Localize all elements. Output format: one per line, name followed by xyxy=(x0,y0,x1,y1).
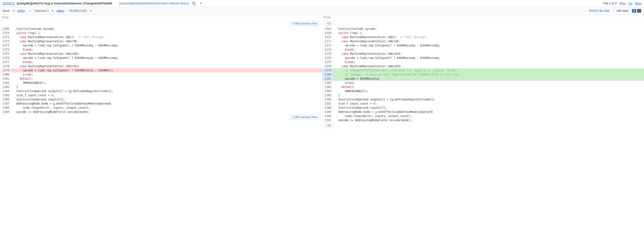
code-line[interactable]: 1386 InstructionOperand outputs[] = {g.D… xyxy=(322,97,644,102)
code-line[interactable]: 1391 opcode |= AddressingModeField::enco… xyxy=(322,118,644,122)
code-line[interactable]: 1373 opcode = load_rep.IsSigned() ? kX64… xyxy=(322,43,644,48)
chevron-down-icon[interactable]: ▼ xyxy=(12,9,15,12)
line-number: 1373 xyxy=(0,43,11,48)
code-line[interactable]: 1384 InstructionOperand outputs[] = {g.D… xyxy=(0,89,322,93)
side-by-side-icon[interactable] xyxy=(632,9,636,13)
chevron-down-icon[interactable]: ▼ xyxy=(199,2,202,5)
code-line[interactable]: 1375 case MachineRepresentation::kWord16… xyxy=(322,52,644,56)
expand-top-left: +1368 common lines xyxy=(0,20,322,27)
code-content: break; xyxy=(333,48,644,52)
code-line[interactable]: 1372 case MachineRepresentation::kWord8: xyxy=(322,39,644,43)
line-number: 1374 xyxy=(322,48,333,52)
code-line[interactable]: 1376 opcode = load_rep.IsSigned() ? kX64… xyxy=(322,56,644,60)
line-number: 1375 xyxy=(0,52,11,56)
code-line[interactable]: 1374 break; xyxy=(322,48,644,52)
code-line[interactable]: 1369 InstructionCode opcode; xyxy=(0,27,322,31)
code-content: InstructionOperand inputs[3]; xyxy=(11,97,322,102)
code-line[interactable]: 1381 default: xyxy=(0,77,322,81)
code-line[interactable]: 1378 case MachineRepresentation::kWord32… xyxy=(322,64,644,68)
unified-icon[interactable] xyxy=(637,9,641,13)
code-content: InstructionOperand inputs[3]; xyxy=(333,106,644,110)
line-number: 1376 xyxy=(0,56,11,60)
file-path[interactable]: src/compiler/backend/x64/instruction-sel… xyxy=(119,1,189,5)
chevron-down-icon[interactable]: ▼ xyxy=(51,9,54,12)
show-blame-button[interactable]: SHOW BLAME xyxy=(589,9,610,12)
line-number: 1372 xyxy=(322,39,333,43)
code-line[interactable]: 1379 opcode = load_rep.IsSigned() ? kX64… xyxy=(0,68,322,72)
code-line[interactable]: 1371 case MachineRepresentation::kBit: /… xyxy=(322,35,644,39)
code-content: case MachineRepresentation::kWord16: xyxy=(333,52,644,56)
code-line[interactable]: 1377 break; xyxy=(322,60,644,64)
code-line[interactable]: 1383 default: xyxy=(322,85,644,89)
next-link[interactable]: Next xyxy=(635,1,641,5)
pane-header-right: File xyxy=(322,15,644,20)
code-line[interactable]: 1372 case MachineRepresentation::kWord8: xyxy=(0,39,322,43)
gitiles-right-link[interactable]: gitiles xyxy=(56,9,64,12)
code-line[interactable]: 1387 AddressingMode mode = g.GetEffectiv… xyxy=(0,102,322,106)
code-line[interactable]: 1380 break; xyxy=(0,72,322,77)
code-content: } xyxy=(333,93,644,97)
code-content: opcode = load_rep.IsSigned() ? kX64Movsx… xyxy=(11,68,322,72)
line-number: 1384 xyxy=(0,89,11,93)
code-content: break; xyxy=(333,81,644,85)
code-content: InstructionOperand outputs[] = {g.Define… xyxy=(11,89,322,93)
up-link[interactable]: Up xyxy=(628,1,632,5)
code-line[interactable]: 1374 break; xyxy=(0,48,322,52)
code-line[interactable]: 1380 // integer, so here we must sign-ex… xyxy=(322,72,644,77)
code-line[interactable]: 1376 opcode = load_rep.IsSigned() ? kX64… xyxy=(0,56,322,60)
code-line[interactable]: 1370 switch (rep) { xyxy=(0,31,322,35)
code-content: case MachineRepresentation::kBit: // Fal… xyxy=(333,35,644,39)
subheader-right: SHOW BLAME Diff view: xyxy=(589,8,641,13)
cl-number-link[interactable]: 2820971 xyxy=(3,1,14,5)
code-line[interactable]: 1373 opcode = load_rep.IsSigned() ? kX64… xyxy=(0,43,322,48)
code-line[interactable]: 1384 UNREACHABLE(); xyxy=(322,89,644,93)
line-number: 1383 xyxy=(322,85,333,89)
code-line[interactable]: 1369 InstructionCode opcode; xyxy=(322,27,644,31)
expand-plus10-button[interactable]: +10 xyxy=(324,123,334,128)
line-number: 1382 xyxy=(322,81,333,85)
line-number: 1385 xyxy=(322,93,333,97)
line-number: 1389 xyxy=(0,110,11,114)
code-line[interactable]: 1385 size_t input_count = 0; xyxy=(0,93,322,97)
right-code: 1369 InstructionCode opcode;1370 switch … xyxy=(322,27,644,122)
line-number: 1386 xyxy=(0,97,11,102)
code-line[interactable]: 1370 switch (rep) { xyxy=(322,31,644,35)
expand-bottom-right: +10 xyxy=(322,122,644,129)
cl-title: [compiler][x64] Fix bug in InstructionSe… xyxy=(17,1,112,5)
code-content: node->InputAt(0), inputs, &input_count); xyxy=(333,114,644,118)
code-line[interactable]: 1390 node->InputAt(0), inputs, &input_co… xyxy=(322,114,644,118)
code-line[interactable]: 1381 opcode = kX64Movsxlq; xyxy=(322,77,644,81)
code-line[interactable]: 1385 } xyxy=(322,93,644,97)
code-content: // integer, so here we must sign-extend … xyxy=(333,72,644,77)
code-line[interactable]: 1379 // ChangeInt32ToInt64 must interpre… xyxy=(322,68,644,72)
prev-link[interactable]: Prev xyxy=(620,1,626,5)
code-content: case MachineRepresentation::kWord8: xyxy=(11,39,322,43)
code-line[interactable]: 1388 node->InputAt(0), inputs, &input_co… xyxy=(0,106,322,110)
expand-common-lines-button[interactable]: +1368 common lines xyxy=(290,21,320,26)
chevron-down-icon[interactable]: ▼ xyxy=(89,9,92,12)
code-content: opcode |= AddressingModeField::encode(mo… xyxy=(11,110,322,114)
line-number: 1370 xyxy=(0,31,11,35)
code-line[interactable]: 1378 case MachineRepresentation::kWord32… xyxy=(0,64,322,68)
code-line[interactable]: 1382 break; xyxy=(322,81,644,85)
code-content: // ChangeInt32ToInt64 must interpret its… xyxy=(333,68,644,72)
code-line[interactable]: 1389 AddressingMode mode = g.GetEffectiv… xyxy=(322,110,644,114)
code-content: } xyxy=(11,85,322,89)
code-line[interactable]: 1387 size_t input_count = 0; xyxy=(322,102,644,106)
line-number: 1372 xyxy=(0,39,11,43)
expand-common-lines-button[interactable]: +2354 common lines xyxy=(290,115,320,119)
code-line[interactable]: 1377 break; xyxy=(0,60,322,64)
code-line[interactable]: 1375 case MachineRepresentation::kWord16… xyxy=(0,52,322,56)
code-line[interactable]: 1386 InstructionOperand inputs[3]; xyxy=(0,97,322,102)
copy-icon[interactable] xyxy=(191,1,197,5)
expand-plus10-button[interactable]: +10 xyxy=(324,21,334,26)
code-line[interactable]: 1382 UNREACHABLE(); xyxy=(0,81,322,85)
code-line[interactable]: 1383 } xyxy=(0,85,322,89)
code-line[interactable]: 1388 InstructionOperand inputs[3]; xyxy=(322,106,644,110)
code-line[interactable]: 1371 case MachineRepresentation::kBit: /… xyxy=(0,35,322,39)
line-number: 1388 xyxy=(322,106,333,110)
code-content: case MachineRepresentation::kBit: // Fal… xyxy=(11,35,322,39)
gitiles-left-link[interactable]: gitiles xyxy=(18,9,25,12)
download-button[interactable]: DOWNLOAD xyxy=(69,9,87,12)
code-line[interactable]: 1389 opcode |= AddressingModeField::enco… xyxy=(0,110,322,114)
